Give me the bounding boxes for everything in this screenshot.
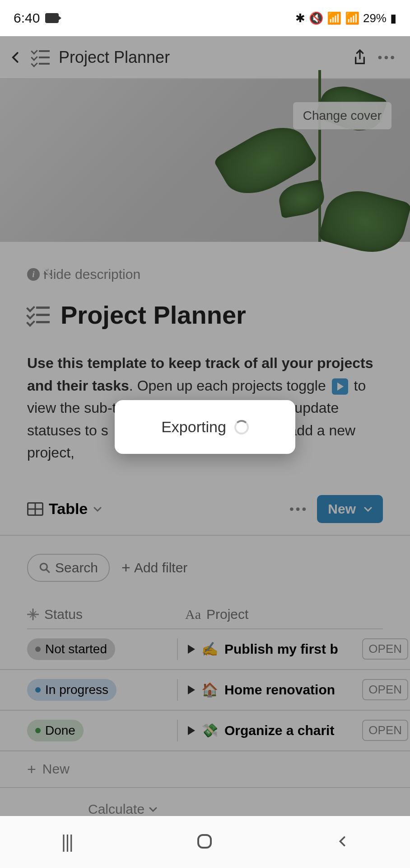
battery-pct: 29%: [363, 11, 387, 25]
android-status-bar: 6:40 ✱ 🔇 📶 📶 29% ▮: [0, 0, 410, 36]
back-button[interactable]: [336, 833, 349, 851]
exporting-modal: Exporting: [115, 400, 295, 454]
wifi-icon: 📶: [327, 11, 341, 25]
svg-rect-2: [198, 835, 211, 848]
mute-icon: 🔇: [309, 11, 323, 25]
android-nav-bar: |||: [0, 816, 410, 868]
signal-icon: 📶: [345, 11, 359, 25]
bluetooth-icon: ✱: [295, 11, 305, 25]
spinner-icon: [234, 420, 249, 434]
modal-text: Exporting: [161, 418, 226, 436]
clock: 6:40: [14, 10, 40, 26]
recording-icon: [45, 13, 59, 23]
battery-icon: ▮: [390, 11, 396, 25]
home-button[interactable]: [196, 832, 214, 852]
recents-button[interactable]: |||: [61, 832, 73, 852]
